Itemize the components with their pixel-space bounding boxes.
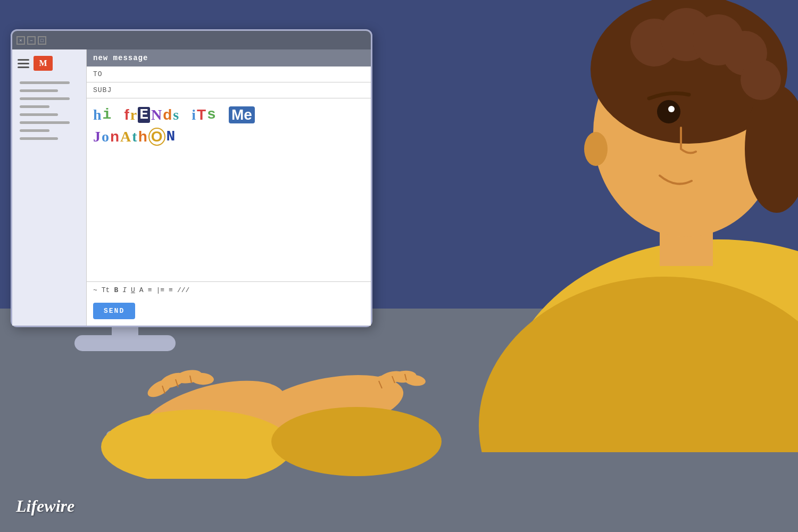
letter-N: N	[151, 107, 162, 122]
email-compose-area: new message TO SUBJ h i f r E N d s i T	[87, 49, 371, 326]
compose-toolbar: ~ Tt B I U A ≡ |≡ ≡ ///	[87, 281, 371, 298]
toolbar-bold[interactable]: B	[114, 286, 118, 294]
sidebar-nav-item	[20, 129, 49, 132]
sidebar-nav-item	[20, 137, 58, 140]
toolbar-italic[interactable]: I	[122, 286, 127, 294]
toolbar-list[interactable]: |≡	[156, 286, 164, 294]
gmail-sidebar: M	[12, 49, 87, 326]
sidebar-nav-item	[20, 113, 58, 116]
svg-point-31	[668, 106, 675, 112]
lifewire-watermark: Lifewire	[16, 496, 74, 516]
letter-N2: N	[167, 129, 176, 144]
sidebar-nav-lines	[12, 77, 86, 144]
minimize-button[interactable]: −	[27, 36, 36, 45]
svg-point-29	[584, 132, 608, 166]
sidebar-nav-item	[20, 121, 70, 124]
toolbar-text-size[interactable]: Tt	[102, 286, 110, 294]
svg-point-19	[479, 277, 798, 452]
letter-h: h	[138, 129, 147, 144]
toolbar-align-right[interactable]: ≡	[169, 286, 173, 294]
person-illustration	[399, 0, 798, 452]
monitor: × − □ M	[11, 29, 372, 327]
scene: × − □ M	[0, 0, 798, 532]
letter-O: O	[148, 128, 165, 146]
title-bar: × − □	[12, 31, 371, 49]
letter-T: T	[197, 107, 206, 122]
letter-f: f	[124, 107, 129, 122]
sidebar-nav-item	[20, 89, 58, 92]
compose-header: new message	[87, 49, 371, 66]
toolbar-attachment[interactable]: ///	[177, 286, 189, 294]
toolbar-align-left[interactable]: ≡	[148, 286, 152, 294]
sidebar-nav-item	[20, 97, 70, 100]
svg-point-28	[741, 60, 781, 100]
svg-point-17	[271, 407, 442, 476]
letter-i: i	[103, 107, 112, 122]
letter-o: o	[102, 129, 109, 144]
gmail-logo-icon: M	[34, 56, 53, 71]
letter-J: J	[93, 129, 101, 144]
letter-n: n	[110, 129, 119, 144]
gmail-header: M	[12, 49, 86, 77]
hamburger-menu-icon[interactable]	[18, 59, 29, 68]
to-field[interactable]: TO	[87, 66, 371, 82]
letter-t: t	[132, 129, 137, 144]
hamburger-line	[18, 66, 29, 68]
sidebar-nav-item	[20, 105, 49, 108]
compose-body[interactable]: h i f r E N d s i T s Me	[87, 98, 371, 281]
maximize-button[interactable]: □	[38, 36, 46, 45]
letter-h: h	[93, 107, 102, 122]
send-button[interactable]: SEND	[93, 303, 135, 319]
letter-A: A	[120, 129, 131, 144]
toolbar-squiggle[interactable]: ~	[93, 286, 97, 294]
letter-s2: s	[207, 107, 216, 122]
letter-s: s	[173, 107, 179, 122]
hamburger-line	[18, 59, 29, 61]
letter-Me: Me	[229, 106, 255, 123]
letter-d: d	[163, 107, 172, 122]
body-line-2: J o n A t h O N	[93, 128, 364, 146]
close-button[interactable]: ×	[16, 36, 25, 45]
letter-r: r	[130, 107, 137, 122]
body-line-1: h i f r E N d s i T s Me	[93, 106, 364, 123]
hamburger-line	[18, 63, 29, 64]
svg-point-30	[657, 100, 680, 123]
toolbar-font-color[interactable]: A	[139, 286, 144, 294]
letter-i2: i	[192, 107, 196, 122]
hands-illustration	[80, 319, 452, 479]
subject-field[interactable]: SUBJ	[87, 82, 371, 98]
letter-E: E	[138, 107, 150, 123]
sidebar-nav-item	[20, 81, 70, 84]
toolbar-underline[interactable]: U	[131, 286, 135, 294]
